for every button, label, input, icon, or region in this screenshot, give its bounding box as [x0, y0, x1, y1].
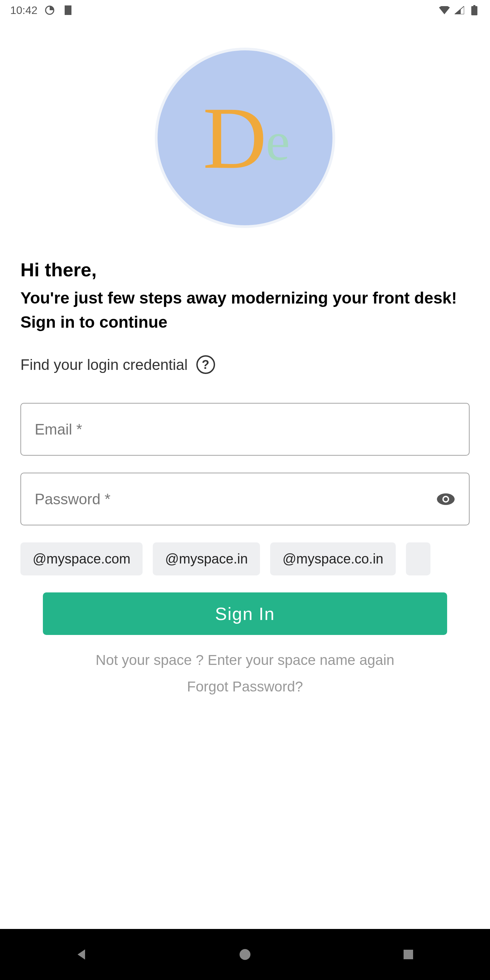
- svg-rect-7: [404, 950, 413, 959]
- logo-container: D e: [21, 21, 469, 259]
- status-time: 10:42: [10, 4, 37, 17]
- battery-icon: [469, 5, 480, 16]
- status-bar: 10:42: [0, 0, 490, 21]
- domain-chip-partial[interactable]: [406, 542, 430, 576]
- domain-chip[interactable]: @myspace.in: [153, 542, 260, 576]
- eye-icon[interactable]: [436, 492, 455, 506]
- domain-chips-row[interactable]: @myspace.com @myspace.in @myspace.co.in: [21, 542, 469, 576]
- email-field[interactable]: Email *: [21, 403, 469, 456]
- wifi-icon: [439, 5, 450, 16]
- logo-letter-e: e: [266, 110, 290, 173]
- svg-rect-2: [471, 6, 477, 15]
- password-placeholder: Password *: [35, 491, 111, 508]
- content: D e Hi there, You're just few steps away…: [0, 21, 490, 929]
- signin-button[interactable]: Sign In: [43, 592, 447, 635]
- sd-card-icon: [62, 5, 73, 16]
- forgot-password-link[interactable]: Forgot Password?: [21, 679, 469, 695]
- signin-prompt-text: Sign in to continue: [21, 313, 469, 331]
- find-credential-text: Find your login credential: [21, 356, 188, 373]
- not-your-space-link[interactable]: Not your space ? Enter your space name a…: [21, 652, 469, 668]
- domain-chip[interactable]: @myspace.com: [21, 542, 143, 576]
- nav-bar: [0, 929, 490, 980]
- greeting-heading: Hi there,: [21, 259, 469, 281]
- svg-rect-1: [473, 5, 476, 6]
- logo-letter-d: D: [203, 87, 267, 189]
- find-credential-row[interactable]: Find your login credential ?: [21, 355, 469, 374]
- domain-chip[interactable]: @myspace.co.in: [270, 542, 395, 576]
- logo: D e: [155, 48, 335, 228]
- svg-point-5: [444, 497, 448, 501]
- status-right: [439, 5, 480, 16]
- password-field[interactable]: Password *: [21, 473, 469, 525]
- signal-icon: [454, 5, 465, 16]
- status-left: 10:42: [10, 4, 73, 17]
- email-placeholder: Email *: [35, 421, 82, 438]
- subtitle-text: You're just few steps away modernizing y…: [21, 288, 469, 309]
- svg-point-6: [240, 949, 250, 960]
- recent-button[interactable]: [398, 944, 418, 965]
- help-icon[interactable]: ?: [196, 355, 215, 374]
- pie-icon: [44, 5, 55, 16]
- back-button[interactable]: [72, 944, 92, 965]
- home-button[interactable]: [235, 944, 255, 965]
